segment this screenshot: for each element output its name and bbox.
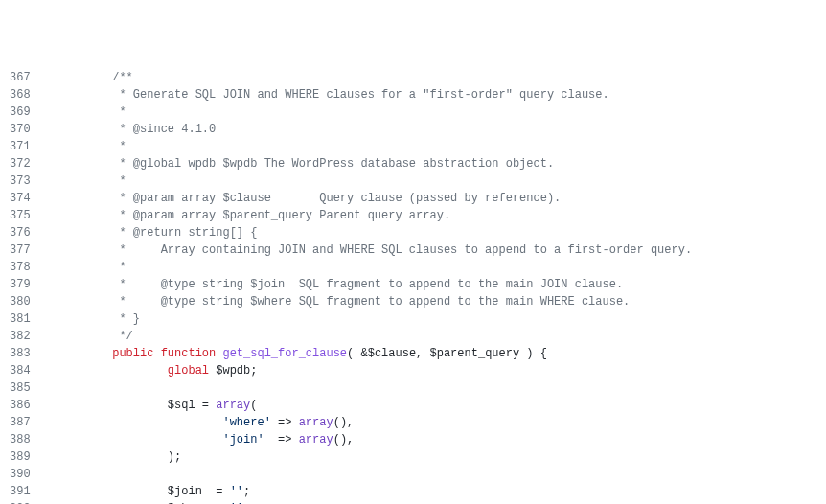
- code-line[interactable]: * @return string[] {: [57, 224, 826, 241]
- code-token: *: [57, 174, 126, 188]
- line-number: 386: [10, 397, 31, 414]
- code-token: $clause: [368, 347, 416, 360]
- code-token: =>: [264, 433, 299, 447]
- code-token: array: [299, 433, 333, 447]
- code-token: public: [112, 347, 153, 360]
- code-token: * Generate SQL JOIN and WHERE clauses fo…: [57, 88, 609, 102]
- code-token: *: [57, 140, 126, 153]
- code-token: [57, 399, 168, 412]
- code-token: */: [57, 330, 133, 343]
- line-number: 387: [10, 414, 31, 431]
- line-number: 367: [10, 69, 31, 86]
- line-number: 389: [10, 448, 31, 466]
- code-line[interactable]: * Array containing JOIN and WHERE SQL cl…: [57, 241, 826, 259]
- code-line[interactable]: * @param array $parent_query Parent quer…: [57, 207, 826, 224]
- code-token: array: [299, 416, 333, 429]
- code-token: * @param array $parent_query Parent quer…: [57, 209, 450, 222]
- code-token: * @return string[] {: [57, 226, 258, 240]
- code-token: * @type string $where SQL fragment to ap…: [57, 295, 631, 309]
- code-line[interactable]: *: [57, 138, 826, 155]
- code-token: ) {: [519, 347, 547, 360]
- code-content[interactable]: /** * Generate SQL JOIN and WHERE clause…: [48, 69, 826, 504]
- code-token: * Array containing JOIN and WHERE SQL cl…: [57, 243, 693, 257]
- code-token: $wpdb: [216, 364, 250, 378]
- line-number: 391: [10, 483, 31, 500]
- code-token: ;: [243, 485, 250, 498]
- code-line[interactable]: * @global wpdb $wpdb The WordPress datab…: [57, 155, 826, 172]
- code-line[interactable]: *: [57, 172, 826, 190]
- code-token: (: [250, 399, 257, 412]
- line-number: 381: [10, 310, 31, 328]
- line-number: 371: [10, 138, 31, 155]
- line-number: 380: [10, 293, 31, 310]
- code-line[interactable]: $sql = array(: [57, 397, 826, 414]
- code-token: [57, 416, 223, 429]
- code-line[interactable]: 'where' => array(),: [57, 414, 826, 431]
- code-token: *: [57, 261, 126, 274]
- code-token: =>: [271, 416, 299, 429]
- code-token: =: [202, 485, 230, 498]
- line-number: 385: [10, 379, 31, 397]
- code-token: $join: [168, 485, 202, 498]
- code-line[interactable]: 'join' => array(),: [57, 431, 826, 448]
- code-token: ;: [250, 364, 257, 378]
- code-token: );: [168, 450, 181, 464]
- line-number: 384: [10, 362, 31, 379]
- line-number: 383: [10, 345, 31, 362]
- code-token: ( &: [347, 347, 368, 360]
- code-token: * @type string $join SQL fragment to app…: [57, 278, 624, 291]
- line-number: 382: [10, 328, 31, 345]
- code-line[interactable]: *: [57, 103, 826, 121]
- code-line[interactable]: [57, 379, 826, 397]
- code-token: /**: [57, 71, 133, 84]
- code-token: $parent_query: [430, 347, 520, 360]
- line-number: 390: [10, 466, 31, 483]
- code-token: $sql: [168, 399, 195, 412]
- code-line[interactable]: * @type string $join SQL fragment to app…: [57, 276, 826, 293]
- code-token: [57, 347, 113, 360]
- code-token: =: [195, 399, 217, 412]
- code-line[interactable]: );: [57, 448, 826, 466]
- code-token: *: [57, 105, 126, 119]
- code-token: ,: [416, 347, 429, 360]
- code-line[interactable]: $join = '';: [57, 483, 826, 500]
- code-line[interactable]: global $wpdb;: [57, 362, 826, 379]
- code-line[interactable]: public function get_sql_for_clause( &$cl…: [57, 345, 826, 362]
- code-token: function: [161, 347, 217, 360]
- code-token: * }: [57, 312, 140, 326]
- code-line[interactable]: */: [57, 328, 826, 345]
- line-number: 373: [10, 172, 31, 190]
- line-number: 368: [10, 86, 31, 103]
- code-line[interactable]: * }: [57, 310, 826, 328]
- code-token: * @param array $clause Query clause (pas…: [57, 192, 562, 205]
- line-number: 392: [10, 500, 31, 504]
- code-line[interactable]: [57, 466, 826, 483]
- code-token: 'where': [222, 416, 270, 429]
- code-token: (),: [333, 433, 355, 447]
- line-number: 376: [10, 224, 31, 241]
- code-line[interactable]: *: [57, 259, 826, 276]
- code-line[interactable]: /**: [57, 69, 826, 86]
- code-token: array: [216, 399, 250, 412]
- line-number: 388: [10, 431, 31, 448]
- code-token: [153, 347, 160, 360]
- code-token: get_sql_for_clause: [222, 347, 347, 360]
- code-line[interactable]: * Generate SQL JOIN and WHERE clauses fo…: [57, 86, 826, 103]
- code-token: * @global wpdb $wpdb The WordPress datab…: [57, 157, 554, 171]
- code-token: global: [168, 364, 209, 378]
- line-number: 369: [10, 103, 31, 121]
- code-line[interactable]: $where = '';: [57, 500, 826, 504]
- code-line[interactable]: * @param array $clause Query clause (pas…: [57, 190, 826, 207]
- code-token: [57, 450, 168, 464]
- code-token: 'join': [222, 433, 264, 447]
- line-number: 379: [10, 276, 31, 293]
- code-line[interactable]: * @since 4.1.0: [57, 121, 826, 138]
- line-number: 377: [10, 241, 31, 259]
- code-token: [57, 485, 168, 498]
- code-token: '': [230, 485, 243, 498]
- code-token: (),: [333, 416, 355, 429]
- line-number: 378: [10, 259, 31, 276]
- line-number: 372: [10, 155, 31, 172]
- code-line[interactable]: * @type string $where SQL fragment to ap…: [57, 293, 826, 310]
- line-number: 374: [10, 190, 31, 207]
